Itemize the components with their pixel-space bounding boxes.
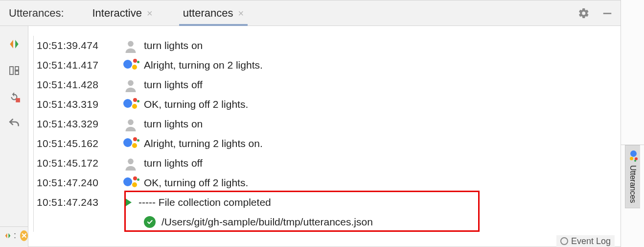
refresh-icon[interactable] [7,90,22,104]
user-icon [123,156,138,171]
svg-point-8 [128,159,134,165]
timestamp: 10:51:41.428 [37,79,117,91]
undo-icon[interactable] [7,116,22,131]
timestamp: 10:51:47.243 [37,197,117,208]
close-icon[interactable]: × [238,8,244,18]
log-file-row: /Users/git/gh-sample/build/tmp/utterance… [37,212,616,232]
svg-rect-1 [10,67,13,74]
tool-gutter: : ✕ [0,26,28,247]
user-icon [123,38,138,53]
user-icon [123,77,138,92]
svg-point-5 [128,41,134,47]
log-row: 10:51:39.474 turn lights on [37,36,616,55]
flip-arrows-icon[interactable] [7,37,22,51]
log-panel[interactable]: 10:51:39.474 turn lights on 10:51:41.417… [28,26,621,247]
log-message: ----- File collection completed [138,197,271,208]
log-message: turn lights on [144,40,203,51]
log-file-path: /Users/git/gh-sample/build/tmp/utterance… [161,216,373,228]
log-separator-row: 10:51:47.243 ----- File collection compl… [37,193,616,212]
colon-label: : [14,230,16,241]
timestamp: 10:51:47.240 [37,177,117,189]
log-message: turn lights off [144,79,203,91]
log-row: 10:51:41.428 turn lights off [37,75,616,95]
log-row: 10:51:43.319 OK, turning off 2 lights. [37,95,616,114]
svg-point-6 [128,80,134,86]
panel-title: Utterances: [7,7,66,20]
gear-icon[interactable] [577,7,590,20]
timestamp: 10:51:43.319 [37,99,117,110]
svg-rect-0 [603,13,612,14]
utterances-tab-bar: Utterances: Interactive × utterances × [0,0,621,26]
status-bar: Event Log [556,235,615,247]
svg-rect-3 [15,71,19,74]
log-message: turn lights on [144,118,203,130]
tab-utterances[interactable]: utterances × [179,0,248,25]
tab-label: utterances [183,7,233,20]
layout-icon[interactable] [7,63,22,78]
log-message: turn lights off [144,157,203,169]
assistant-icon [123,136,138,151]
timestamp: 10:51:43.329 [37,118,117,130]
right-dock: Utterances [621,0,644,247]
tab-label: Interactive [92,7,142,20]
log-message: Alright, turning 2 lights on. [144,138,263,149]
log-row: 10:51:43.329 turn lights on [37,114,616,134]
log-row: 10:51:41.417 Alright, turning on 2 light… [37,55,616,75]
timestamp: 10:51:45.172 [37,157,117,169]
play-icon [125,198,132,207]
tab-interactive[interactable]: Interactive × [89,0,157,25]
assistant-icon [123,175,138,190]
log-message: Alright, turning on 2 lights. [144,59,263,71]
dock-tab-label: Utterances [628,165,637,203]
cancel-circle-icon[interactable]: ✕ [20,230,28,241]
timestamp: 10:51:39.474 [37,40,117,51]
log-row: 10:51:45.172 turn lights off [37,153,616,173]
timestamp: 10:51:41.417 [37,59,117,71]
log-row: 10:51:47.240 OK, turning off 2 lights. [37,173,616,193]
svg-rect-4 [16,98,20,102]
log-message: OK, turning off 2 lights. [144,99,248,110]
user-icon [123,117,138,131]
event-log-icon[interactable] [560,237,568,245]
check-circle-icon [144,216,156,228]
timestamp: 10:51:45.162 [37,138,117,149]
minimize-icon[interactable] [601,7,614,20]
dock-tab-utterances[interactable]: Utterances [625,145,640,208]
svg-point-7 [128,120,134,125]
log-message: OK, turning off 2 lights. [144,177,248,189]
log-row: 10:51:45.162 Alright, turning 2 lights o… [37,134,616,153]
assistant-icon [123,58,138,73]
assistant-icon [123,97,138,112]
event-log-label[interactable]: Event Log [571,236,611,247]
assistant-icon [627,150,638,161]
close-icon[interactable]: × [147,8,153,18]
play-mini-icon[interactable] [4,232,12,240]
svg-rect-2 [15,67,19,70]
